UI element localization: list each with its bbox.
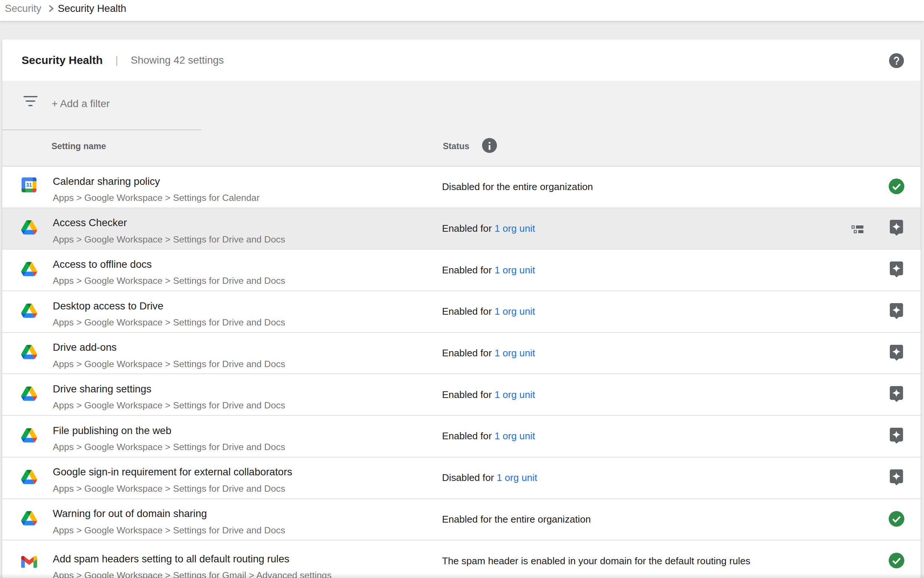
svg-text:31: 31 (26, 182, 32, 188)
